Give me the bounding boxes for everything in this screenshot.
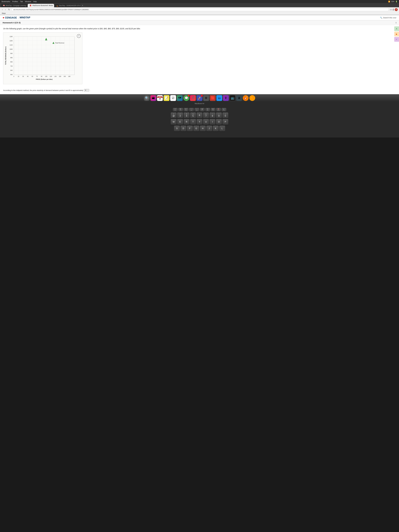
dock-calendar[interactable]: SEP 26	[157, 95, 163, 101]
side-button-3[interactable]: ✓	[394, 37, 399, 42]
dock-photo[interactable]: 🏔	[150, 95, 156, 101]
reload-button[interactable]: ↻	[7, 8, 11, 11]
key-4[interactable]: $4	[184, 112, 190, 118]
svg-text:30: 30	[22, 76, 24, 77]
key-y[interactable]: Y	[196, 119, 203, 125]
info-icon[interactable]: ℹ	[396, 22, 396, 24]
key-7[interactable]: &7	[203, 112, 209, 118]
dock-garageband[interactable]: 🎸	[243, 95, 249, 101]
key-r[interactable]: R	[184, 119, 190, 125]
dock-spotlight[interactable]: 🔍	[144, 95, 150, 101]
key-w[interactable]: W	[171, 119, 177, 125]
back-button[interactable]: ‹	[1, 8, 3, 11]
dock-red-app[interactable]: 🟥	[210, 95, 215, 101]
dock-rocket[interactable]: 🚀 2	[196, 95, 203, 101]
address-bar[interactable]: atic/nb/ui/evo/index.html?deploymentId=5…	[12, 8, 389, 11]
key-f4[interactable]: ⊟F4	[184, 108, 188, 112]
battery-icon: 🔋	[395, 1, 397, 2]
key-9[interactable]: (9	[216, 112, 222, 118]
dock-messages[interactable]: 💬 8	[184, 95, 189, 101]
svg-text:75: 75	[36, 76, 38, 77]
key-f3[interactable]: ⊞F3	[178, 108, 183, 112]
key-8[interactable]: *8	[209, 112, 215, 118]
key-3[interactable]: #3	[177, 112, 183, 118]
key-f8[interactable]: ⏸F8	[205, 108, 210, 112]
cengage-header: ● CENGAGE | MINDTAP 🔍 Search this cour	[0, 15, 399, 20]
key-s[interactable]: S	[174, 126, 180, 131]
key-g[interactable]: G	[193, 126, 199, 131]
photo-icon: 🏔	[152, 96, 155, 100]
dock-reminders[interactable]: ☑	[170, 95, 176, 101]
key-f5[interactable]: ⋯F5	[189, 108, 194, 112]
menu-window[interactable]: Window	[25, 0, 31, 2]
bookmark-maps[interactable]: Maps	[2, 13, 6, 14]
key-6[interactable]: 6	[196, 112, 203, 118]
dock-maps[interactable]: 🗺	[177, 95, 183, 101]
svg-text:105: 105	[45, 76, 47, 77]
key-5[interactable]: %5	[190, 112, 196, 118]
menu-bookmarks[interactable]: Bookmarks	[2, 0, 10, 2]
music-icon: 🎵	[191, 96, 195, 100]
key-d[interactable]: D	[181, 126, 186, 131]
key-f[interactable]: F	[187, 126, 193, 131]
key-f2[interactable]: ☀F2	[173, 108, 177, 112]
menu-help[interactable]: Help	[33, 0, 37, 2]
overlay-icon: 🔶	[251, 96, 254, 100]
display-icon: 🖥	[238, 96, 241, 100]
key-f7[interactable]: ⏮F7	[200, 108, 205, 112]
key-t[interactable]: T	[190, 119, 196, 125]
key-j[interactable]: J	[206, 126, 212, 131]
svg-text:720: 720	[10, 65, 13, 67]
key-e[interactable]: E	[177, 119, 183, 125]
tab-mindtap[interactable]: 🧠 MindTap - Cengage Learning ✕	[1, 4, 27, 7]
dock-files[interactable]: 🗂	[216, 95, 222, 101]
key-u[interactable]: U	[203, 119, 209, 125]
answer-dropdown[interactable]: ▼	[84, 89, 89, 92]
key-f9[interactable]: ⏭F9	[211, 108, 215, 112]
dock-overlay[interactable]: 🔶	[249, 95, 255, 101]
tab-mindtap-icon: 🧠	[3, 5, 5, 6]
forward-button[interactable]: ›	[4, 8, 6, 11]
key-at[interactable]: #@	[171, 112, 177, 118]
answer-line: According to the midpoint method, the pr…	[3, 89, 396, 92]
key-h[interactable]: H	[200, 126, 206, 131]
key-l[interactable]: L	[219, 126, 225, 131]
question-text: On the following graph, use the green po…	[3, 27, 396, 30]
mindtap-brand: MINDTAP	[20, 16, 30, 19]
svg-text:120: 120	[50, 76, 52, 77]
dock-appletv[interactable]: 📺	[230, 95, 235, 101]
number-key-row: #@ #3 $4 %5 6 &7 *8 (9 )0	[2, 112, 397, 118]
files-icon: 🗂	[218, 96, 221, 100]
svg-text:90: 90	[41, 76, 42, 77]
key-0[interactable]: )0	[222, 112, 228, 118]
dock-music[interactable]: 🎵	[190, 95, 196, 101]
menu-bar: Bookmarks Profiles Tab Window Help 📶 32%…	[0, 0, 399, 3]
key-p[interactable]: P	[222, 119, 228, 125]
key-k[interactable]: K	[213, 126, 219, 131]
calendar-day: 26	[159, 98, 161, 100]
dock-display[interactable]: 🖥	[236, 95, 242, 101]
key-f10[interactable]: 🔇F10	[216, 108, 221, 112]
tab-searay[interactable]: 🚤 Sea Ray - SUNDANCER 370 C ✕	[54, 4, 81, 7]
side-button-2[interactable]: ▶	[394, 32, 399, 36]
share-icon[interactable]: ⎙	[393, 8, 394, 11]
dock-activity[interactable]: ⚙	[203, 95, 209, 101]
key-f11[interactable]: 🔉F11	[222, 108, 226, 112]
key-o[interactable]: O	[216, 119, 222, 125]
garageband-icon: 🎸	[244, 96, 247, 100]
tab-mindtap-label: MindTap - Cengage Learning	[6, 5, 26, 6]
key-f6[interactable]: ∴F6	[195, 108, 199, 112]
tab-vitalsource[interactable]: 📕 VitalSource Bookshelf: Media ✕	[28, 4, 54, 7]
menu-tab[interactable]: Tab	[20, 0, 23, 2]
side-button-1[interactable]: A	[394, 26, 399, 31]
new-tab-button[interactable]: +	[81, 4, 84, 7]
menu-profiles[interactable]: Profiles	[12, 0, 18, 2]
dock-notes[interactable]: 📝	[164, 95, 169, 101]
profile-icon[interactable]: R	[395, 8, 398, 11]
chart-help-button[interactable]: ?	[77, 34, 81, 38]
search-area[interactable]: 🔍 Search this cour	[380, 17, 396, 19]
key-i[interactable]: I	[209, 119, 215, 125]
star-icon[interactable]: ☆	[390, 8, 392, 11]
appletv-icon: 📺	[231, 96, 234, 100]
dock-podcast[interactable]: 🎙	[223, 95, 229, 101]
